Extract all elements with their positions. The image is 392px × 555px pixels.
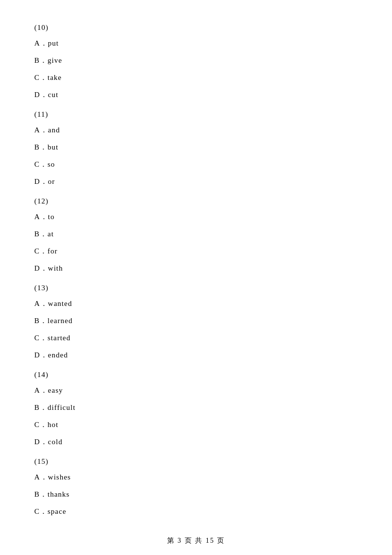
option-q10-1: B．give bbox=[34, 54, 358, 67]
option-q11-2: C．so bbox=[34, 158, 358, 171]
option-q11-0: A．and bbox=[34, 124, 358, 137]
option-q13-0: A．wanted bbox=[34, 297, 358, 310]
option-q13-3: D．ended bbox=[34, 349, 358, 362]
footer-text: 第 3 页 共 15 页 bbox=[167, 537, 225, 544]
question-number-q12: (12) bbox=[34, 197, 358, 205]
page-content: (10)A．putB．giveC．takeD．cut(11)A．andB．but… bbox=[0, 0, 392, 552]
option-q13-1: B．learned bbox=[34, 314, 358, 328]
option-q12-2: C．for bbox=[34, 245, 358, 258]
option-q15-1: B．thanks bbox=[34, 488, 358, 501]
option-q12-1: B．at bbox=[34, 227, 358, 241]
option-q13-2: C．started bbox=[34, 331, 358, 345]
question-number-q14: (14) bbox=[34, 371, 358, 379]
option-q10-2: C．take bbox=[34, 71, 358, 84]
option-q14-3: D．cold bbox=[34, 435, 358, 449]
option-q15-0: A．wishes bbox=[34, 471, 358, 484]
option-q14-2: C．hot bbox=[34, 418, 358, 431]
option-q11-3: D．or bbox=[34, 175, 358, 188]
option-q10-3: D．cut bbox=[34, 88, 358, 101]
option-q11-1: B．but bbox=[34, 141, 358, 154]
option-q14-1: B．difficult bbox=[34, 401, 358, 414]
question-number-q11: (11) bbox=[34, 110, 358, 119]
question-number-q13: (13) bbox=[34, 284, 358, 292]
question-number-q15: (15) bbox=[34, 457, 358, 466]
question-number-q10: (10) bbox=[34, 24, 358, 32]
page-footer: 第 3 页 共 15 页 bbox=[0, 536, 392, 545]
option-q15-2: C．space bbox=[34, 505, 358, 518]
option-q14-0: A．easy bbox=[34, 384, 358, 397]
option-q10-0: A．put bbox=[34, 37, 358, 50]
option-q12-3: D．with bbox=[34, 262, 358, 275]
option-q12-0: A．to bbox=[34, 210, 358, 224]
